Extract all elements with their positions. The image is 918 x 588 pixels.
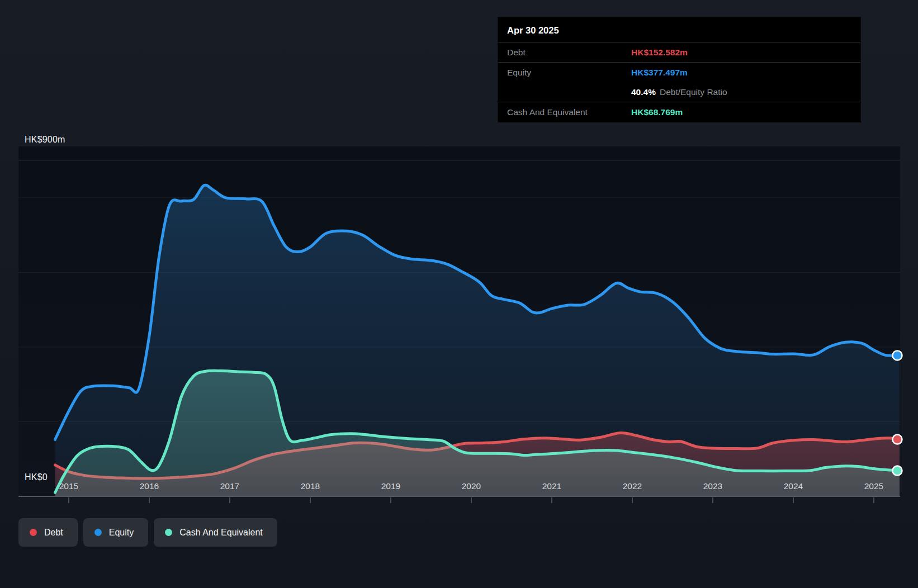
x-axis-label-2023: 2023 <box>690 481 735 491</box>
x-axis-label-2022: 2022 <box>610 481 655 491</box>
equity-endpoint-dot[interactable] <box>893 350 902 360</box>
equity-legend-dot-icon <box>94 529 102 536</box>
tooltip-row-cash: Cash And Equivalent HK$68.769m <box>498 102 860 122</box>
legend-item-equity[interactable]: Equity <box>83 518 148 547</box>
x-axis-label-2020: 2020 <box>449 481 494 491</box>
x-axis-label-2019: 2019 <box>368 481 413 491</box>
x-axis-label-2021: 2021 <box>529 481 574 491</box>
debt-legend-dot-icon <box>30 529 37 536</box>
x-axis-label-2016: 2016 <box>127 481 172 491</box>
tooltip-cash-label: Cash And Equivalent <box>507 107 631 117</box>
legend-item-cash[interactable]: Cash And Equivalent <box>154 518 277 547</box>
x-axis-label-2024: 2024 <box>771 481 816 491</box>
tooltip-debt-value: HK$152.582m <box>631 48 688 58</box>
tooltip-equity-value: HK$377.497m <box>631 68 688 78</box>
chart-page: HK$900m HK$0 201520162017201820192020202… <box>0 0 918 588</box>
tooltip-panel: Apr 30 2025 Debt HK$152.582m Equity HK$3… <box>498 17 861 123</box>
x-axis-label-2018: 2018 <box>288 481 333 491</box>
tooltip-row-debt: Debt HK$152.582m <box>498 42 860 63</box>
y-axis-label-zero: HK$0 <box>25 472 48 482</box>
tooltip-ratio-label: Debt/Equity Ratio <box>660 87 727 97</box>
x-axis-label-2015: 2015 <box>46 481 91 491</box>
tooltip-cash-value: HK$68.769m <box>631 107 683 117</box>
legend-equity-label: Equity <box>109 528 134 538</box>
legend-item-debt[interactable]: Debt <box>18 518 78 547</box>
cash-and-equivalent-endpoint-dot[interactable] <box>893 466 902 476</box>
tooltip-debt-label: Debt <box>507 48 631 58</box>
legend: Debt Equity Cash And Equivalent <box>18 518 277 547</box>
tooltip-ratio-value: 40.4% <box>631 87 656 97</box>
tooltip-row-equity: Equity HK$377.497m <box>498 63 860 82</box>
x-axis-label-2025: 2025 <box>851 481 896 491</box>
tooltip-equity-label: Equity <box>507 68 631 78</box>
tooltip-row-ratio: 40.4% Debt/Equity Ratio <box>498 82 860 102</box>
legend-cash-label: Cash And Equivalent <box>179 528 263 538</box>
cash-legend-dot-icon <box>165 529 172 536</box>
x-axis-label-2017: 2017 <box>207 481 252 491</box>
tooltip-date: Apr 30 2025 <box>498 17 860 42</box>
y-axis-label-max: HK$900m <box>25 135 65 145</box>
debt-endpoint-dot[interactable] <box>893 435 902 444</box>
legend-debt-label: Debt <box>44 528 63 538</box>
